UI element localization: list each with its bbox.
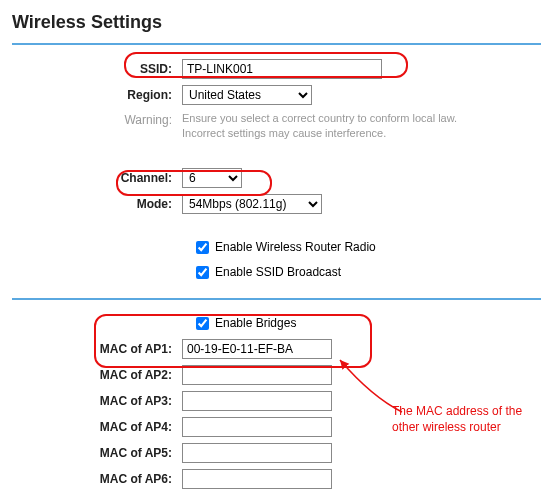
channel-label: Channel:	[12, 171, 182, 185]
mac-ap1-label: MAC of AP1:	[12, 342, 182, 356]
row-mode: Mode: 54Mbps (802.11g)	[12, 194, 541, 214]
mac-ap2-label: MAC of AP2:	[12, 368, 182, 382]
region-label: Region:	[12, 88, 182, 102]
row-ssid: SSID:	[12, 59, 541, 79]
enable-bridges-label: Enable Bridges	[215, 316, 296, 330]
mac-ap6-input[interactable]	[182, 469, 332, 489]
mac-ap5-input[interactable]	[182, 443, 332, 463]
channel-select[interactable]: 6	[182, 168, 242, 188]
row-mac-ap5: MAC of AP5:	[12, 443, 541, 463]
row-mac-ap6: MAC of AP6:	[12, 469, 541, 489]
row-mac-ap2: MAC of AP2:	[12, 365, 541, 385]
page-title: Wireless Settings	[12, 12, 541, 33]
enable-radio-checkbox[interactable]	[196, 241, 209, 254]
mode-label: Mode:	[12, 197, 182, 211]
ssid-label: SSID:	[12, 62, 182, 76]
divider	[12, 43, 541, 45]
annotation-text: The MAC address of the other wireless ro…	[392, 404, 542, 435]
row-mac-ap1: MAC of AP1:	[12, 339, 541, 359]
mac-ap2-input[interactable]	[182, 365, 332, 385]
mac-ap1-input[interactable]	[182, 339, 332, 359]
mode-select[interactable]: 54Mbps (802.11g)	[182, 194, 322, 214]
mac-ap4-label: MAC of AP4:	[12, 420, 182, 434]
row-channel: Channel: 6	[12, 168, 541, 188]
warning-text-2: Incorrect settings may cause interferenc…	[182, 126, 386, 141]
mac-ap5-label: MAC of AP5:	[12, 446, 182, 460]
warning-label: Warning:	[12, 111, 182, 127]
enable-ssid-broadcast-label: Enable SSID Broadcast	[215, 265, 341, 279]
ssid-input[interactable]	[182, 59, 382, 79]
mac-ap4-input[interactable]	[182, 417, 332, 437]
row-enable-bridges: Enable Bridges	[192, 314, 541, 333]
divider	[12, 298, 541, 300]
mac-ap3-input[interactable]	[182, 391, 332, 411]
enable-ssid-broadcast-checkbox[interactable]	[196, 266, 209, 279]
enable-bridges-checkbox[interactable]	[196, 317, 209, 330]
enable-radio-label: Enable Wireless Router Radio	[215, 240, 376, 254]
wireless-settings-panel: Wireless Settings SSID: Region: United S…	[12, 12, 541, 489]
region-select[interactable]: United States	[182, 85, 312, 105]
row-enable-ssid-broadcast: Enable SSID Broadcast	[192, 263, 541, 282]
mac-ap6-label: MAC of AP6:	[12, 472, 182, 486]
warning-text-1: Ensure you select a correct country to c…	[182, 111, 457, 126]
row-enable-radio: Enable Wireless Router Radio	[192, 238, 541, 257]
row-region: Region: United States	[12, 85, 541, 105]
mac-ap3-label: MAC of AP3:	[12, 394, 182, 408]
row-warning: Warning: Ensure you select a correct cou…	[12, 111, 541, 142]
